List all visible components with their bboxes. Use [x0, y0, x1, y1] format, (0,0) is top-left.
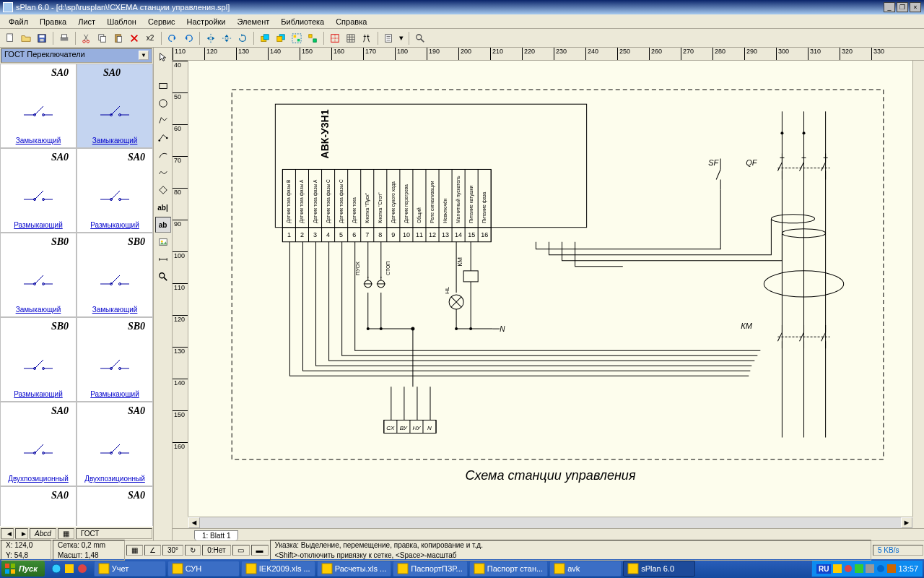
lib-prev[interactable]: ◄: [1, 528, 14, 539]
list-button[interactable]: [382, 31, 396, 46]
status-rot-btn[interactable]: ↻: [185, 545, 201, 556]
app2-icon[interactable]: [77, 563, 88, 574]
library-cell[interactable]: SA0 Двухпозиционный: [77, 402, 153, 486]
label-tool[interactable]: ab: [155, 217, 171, 233]
ungroup-button[interactable]: [305, 31, 320, 46]
new-button[interactable]: [3, 31, 17, 46]
library-cell[interactable]: SB0 Замыкающий: [0, 233, 77, 317]
circle-tool[interactable]: [155, 95, 171, 111]
mirror-v-button[interactable]: [219, 31, 234, 46]
back-button[interactable]: [274, 31, 288, 46]
library-selector[interactable]: ГОСТ Переключатели: [1, 48, 152, 63]
poly-tool[interactable]: [155, 113, 171, 129]
tab-sheet1[interactable]: 1: Blatt 1: [194, 530, 238, 540]
library-cell[interactable]: SA0: [0, 486, 77, 526]
taskbar-task[interactable]: ПаспортПЗР...: [393, 561, 468, 577]
group-button[interactable]: [289, 31, 304, 46]
redo-button[interactable]: [181, 31, 196, 46]
taskbar-task[interactable]: sPlan 6.0: [623, 561, 695, 577]
minimize-button[interactable]: _: [884, 2, 895, 12]
status-color1[interactable]: ▭: [232, 545, 250, 556]
horizontal-scrollbar[interactable]: ◄ ►: [188, 517, 912, 528]
library-cell[interactable]: SA0 Размыкающий: [0, 148, 77, 233]
taskbar-task[interactable]: СУН: [167, 561, 240, 577]
list-dropdown[interactable]: ▾: [398, 31, 405, 46]
svg-rect-9: [100, 36, 105, 42]
library-cell[interactable]: SB0 Размыкающий: [0, 317, 77, 402]
snap-button[interactable]: [328, 31, 342, 46]
shape-tool[interactable]: [155, 182, 171, 198]
find-button[interactable]: [359, 31, 374, 46]
ie-icon[interactable]: [51, 563, 62, 574]
status-color2[interactable]: ▬: [251, 545, 269, 556]
tray-icon[interactable]: [887, 564, 896, 573]
menu-сервис[interactable]: Сервис: [142, 16, 181, 27]
freehand-tool[interactable]: [155, 165, 171, 181]
taskbar-task[interactable]: IEK2009.xls ...: [241, 561, 315, 577]
tray-icon[interactable]: [833, 564, 842, 573]
library-cell[interactable]: SB0 Размыкающий: [77, 317, 153, 402]
menu-элемент[interactable]: Элемент: [231, 16, 275, 27]
zoom-tool-button[interactable]: [413, 31, 427, 46]
library-cell[interactable]: SA0 Размыкающий: [77, 148, 153, 233]
save-button[interactable]: [35, 31, 49, 46]
lib-next[interactable]: ►: [15, 528, 28, 539]
duplicate-button[interactable]: x2: [143, 31, 157, 46]
clock[interactable]: 13:57: [898, 564, 918, 573]
menu-шаблон[interactable]: Шаблон: [101, 16, 142, 27]
dimension-tool[interactable]: [155, 251, 171, 267]
cut-button[interactable]: [79, 31, 94, 46]
pointer-tool[interactable]: [155, 49, 171, 65]
rect-tool[interactable]: [155, 78, 171, 94]
tray-icon[interactable]: [844, 564, 853, 573]
svg-text:14: 14: [455, 231, 462, 238]
menubar: ФайлПравкаЛистШаблонСервисНастройкиЭлеме…: [0, 14, 924, 29]
menu-настройки[interactable]: Настройки: [181, 16, 232, 27]
lib-icon[interactable]: ▦: [58, 528, 74, 539]
rotate-button[interactable]: [235, 31, 250, 46]
mirror-h-button[interactable]: [204, 31, 218, 46]
curve-tool[interactable]: [155, 147, 171, 163]
app-icon[interactable]: [64, 563, 75, 574]
front-button[interactable]: [258, 31, 272, 46]
lib-abcd[interactable]: Abcd: [30, 528, 56, 539]
menu-правка[interactable]: Правка: [34, 16, 72, 27]
delete-button[interactable]: [127, 31, 141, 46]
image-tool[interactable]: [155, 234, 171, 250]
tray-icon[interactable]: [855, 564, 863, 573]
language-indicator[interactable]: RU: [816, 564, 831, 574]
text-tool[interactable]: ab|: [155, 199, 171, 215]
zoom-tool[interactable]: [155, 269, 171, 285]
line-tool[interactable]: [155, 130, 171, 146]
taskbar-task[interactable]: Расчеты.xls ...: [317, 561, 392, 577]
tray-icon[interactable]: [876, 564, 885, 573]
grid-button[interactable]: [344, 31, 358, 46]
close-button[interactable]: ×: [910, 2, 921, 12]
start-button[interactable]: Пуск: [1, 561, 45, 577]
drawing-canvas[interactable]: АВК-У3Н1 1Датчик тока фазы В2Датчик тока…: [188, 61, 912, 517]
tray-icon[interactable]: [866, 564, 874, 573]
library-cell[interactable]: SA0 Замыкающий: [77, 64, 153, 148]
open-button[interactable]: [19, 31, 33, 46]
library-cell[interactable]: SB0 Замыкающий: [77, 233, 153, 317]
svg-point-219: [52, 564, 61, 573]
menu-справка[interactable]: Справка: [330, 16, 372, 27]
status-angle-btn[interactable]: ∠: [144, 545, 161, 556]
status-grid-btn[interactable]: ▦: [126, 545, 143, 556]
library-cell[interactable]: SA0 Двухпозиционный: [0, 402, 77, 486]
menu-лист[interactable]: Лист: [72, 16, 101, 27]
svg-text:10: 10: [403, 231, 410, 238]
library-cell[interactable]: SA0 Замыкающий: [0, 64, 77, 148]
undo-button[interactable]: [165, 31, 180, 46]
menu-файл[interactable]: Файл: [3, 16, 34, 27]
menu-библиотека[interactable]: Библиотека: [275, 16, 330, 27]
copy-button[interactable]: [95, 31, 110, 46]
library-cell[interactable]: SA0: [77, 486, 153, 526]
taskbar-task[interactable]: avk: [549, 561, 622, 577]
taskbar-task[interactable]: Учет: [94, 561, 166, 577]
print-button[interactable]: [57, 31, 71, 46]
taskbar-task[interactable]: Паспорт стан...: [469, 561, 548, 577]
maximize-button[interactable]: ❐: [897, 2, 908, 12]
paste-button[interactable]: [111, 31, 126, 46]
vertical-scrollbar[interactable]: [912, 61, 924, 517]
